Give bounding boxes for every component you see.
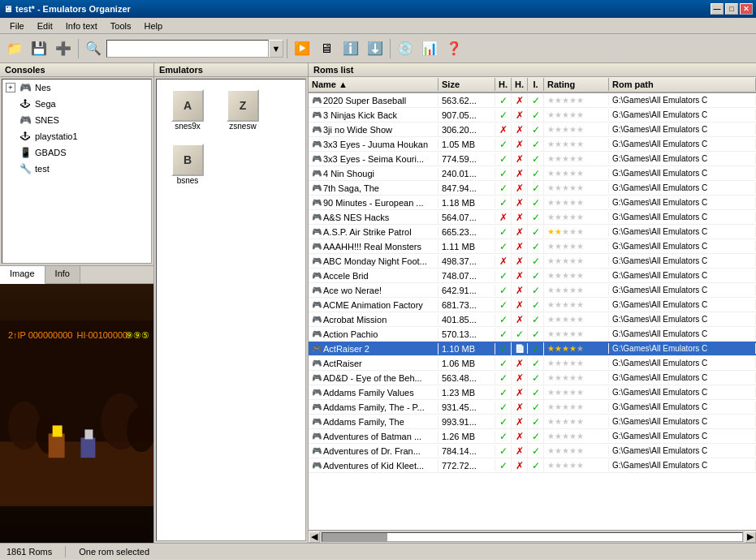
rom-row[interactable]: 🎮ACME Animation Factory681.73...✓✗✓★★★★★…	[309, 298, 756, 312]
rom-row[interactable]: 🎮Ace wo Nerae!642.91...✓✗✓★★★★★G:\Games\…	[309, 283, 756, 298]
console-item-snes[interactable]: 🎮SNES	[2, 112, 151, 128]
run-button[interactable]: ▶️	[291, 37, 313, 60]
emulator-item-zsnesw[interactable]: Zzsnesw	[218, 86, 267, 134]
col-header-i[interactable]: I.	[528, 78, 544, 91]
col-header-rating[interactable]: Rating	[544, 78, 609, 91]
scroll-left-button[interactable]: ◀	[309, 531, 320, 543]
database-button[interactable]: 🖥	[315, 37, 338, 60]
save-button[interactable]: 💾	[28, 37, 50, 60]
cd-button[interactable]: 💿	[394, 37, 417, 60]
search-input[interactable]	[106, 40, 269, 58]
rom-row[interactable]: 🎮ActRaiser 21.10 MB✓📄✓★★★★★G:\Games\All …	[309, 342, 756, 356]
rom-cell-size: 564.07...	[438, 212, 495, 223]
rom-row[interactable]: 🎮Adventures of Kid Kleet...772.72...✓✗✓★…	[309, 458, 756, 473]
rom-row[interactable]: 🎮Addams Family, The - P...931.45...✓✗✓★★…	[309, 400, 756, 415]
rom-row[interactable]: 🎮Addams Family, The993.91...✓✗✓★★★★★G:\G…	[309, 415, 756, 429]
rom-cell-i: ✓	[528, 386, 544, 399]
rom-cell-name: 🎮Action Pachio	[309, 329, 438, 340]
console-item-gbads[interactable]: 📱GBADS	[2, 144, 151, 161]
rom-cell-size: 907.05...	[438, 110, 495, 121]
rom-cell-h2: ✗	[512, 313, 528, 326]
game-screenshot: 2↑IP 000000000 HI·00100000 ⑨⑨⑤	[0, 284, 153, 543]
horizontal-scrollbar-thumb[interactable]	[322, 533, 387, 541]
tab-image[interactable]: Image	[0, 266, 45, 284]
rom-cell-i: ✓	[528, 94, 544, 107]
col-header-h1[interactable]: H.	[495, 78, 512, 91]
rom-cell-name: 🎮3 Ninjas Kick Back	[309, 110, 438, 121]
menu-item-info-text[interactable]: Info text	[59, 19, 104, 32]
rom-cell-h1: ✓	[495, 153, 512, 166]
maximize-button[interactable]: □	[725, 3, 738, 15]
search-dropdown-button[interactable]: ▼	[269, 40, 283, 58]
rom-row[interactable]: 🎮Accele Brid748.07...✓✗✓★★★★★G:\Games\Al…	[309, 269, 756, 283]
add-button[interactable]: ➕	[52, 37, 75, 60]
rom-row[interactable]: 🎮ABC Monday Night Foot...498.37...✗✗✓★★★…	[309, 254, 756, 269]
col-header-h2[interactable]: H.	[512, 78, 528, 91]
col-header-size[interactable]: Size	[438, 78, 495, 91]
minimize-button[interactable]: —	[711, 3, 724, 15]
rom-row[interactable]: 🎮3 Ninjas Kick Back907.05...✓✗✓★★★★★G:\G…	[309, 108, 756, 123]
info-button[interactable]: ℹ️	[339, 37, 362, 60]
console-item-nes[interactable]: +🎮Nes	[2, 80, 151, 96]
col-header-path[interactable]: Rom path	[609, 78, 756, 91]
rom-row[interactable]: 🎮A&S NES Hacks564.07...✗✗✓★★★★★G:\Games\…	[309, 210, 756, 225]
console-item-playstatio1[interactable]: 🕹playstatio1	[2, 128, 151, 144]
rom-cell-rating: ★★★★★	[544, 139, 609, 149]
console-item-sega[interactable]: 🕹Sega	[2, 96, 151, 112]
rom-cell-size: 306.20...	[438, 124, 495, 135]
col-header-name[interactable]: Name ▲	[309, 78, 438, 91]
menu-item-file[interactable]: File	[3, 19, 31, 32]
rom-cell-rating: ★★★★★	[544, 402, 609, 412]
rom-cell-path: G:\Games\All Emulators C	[609, 329, 756, 339]
emulator-item-bsnes[interactable]: Bbsnes	[163, 140, 212, 188]
roms-col-header: Name ▲ Size H. H. I. Rating Rom path	[309, 77, 756, 93]
rom-row[interactable]: 🎮Adventures of Batman ...1.26 MB✓✗✓★★★★★…	[309, 429, 756, 444]
rom-cell-h1: ✓	[495, 445, 512, 458]
close-button[interactable]: ✕	[740, 3, 753, 15]
console-item-test[interactable]: 🔧test	[2, 161, 151, 177]
rom-row[interactable]: 🎮4 Nin Shougi240.01...✓✗✓★★★★★G:\Games\A…	[309, 166, 756, 181]
help-button[interactable]: ❓	[443, 37, 465, 60]
rom-cell-i: ✓	[528, 401, 544, 414]
menu-item-help[interactable]: Help	[138, 19, 170, 32]
rom-row[interactable]: 🎮ActRaiser1.06 MB✓✗✓★★★★★G:\Games\All Em…	[309, 356, 756, 371]
rom-row[interactable]: 🎮Acrobat Mission401.85...✓✗✓★★★★★G:\Game…	[309, 312, 756, 327]
menu-item-tools[interactable]: Tools	[104, 19, 138, 32]
roms-body[interactable]: 🎮2020 Super Baseball563.62...✓✗✓★★★★★G:\…	[309, 93, 756, 530]
console-list[interactable]: +🎮Nes🕹Sega🎮SNES🕹playstatio1📱GBADS🔧test	[2, 79, 152, 264]
search-area: ▼	[106, 40, 283, 58]
rom-row[interactable]: 🎮AAAHH!!! Real Monsters1.11 MB✓✗✓★★★★★G:…	[309, 239, 756, 254]
horizontal-scrollbar[interactable]: ◀ ▶	[309, 530, 756, 543]
search-icon-button[interactable]: 🔍	[82, 37, 105, 60]
rom-row[interactable]: 🎮Adventures of Dr. Fran...784.14...✓✗✓★★…	[309, 444, 756, 458]
horizontal-scrollbar-track[interactable]	[322, 532, 743, 542]
rom-cell-path: G:\Games\All Emulators C	[609, 343, 756, 354]
rom-cell-path: G:\Games\All Emulators C	[609, 387, 756, 398]
rom-cell-h1: ✓	[495, 94, 512, 107]
rom-cell-size: 748.07...	[438, 270, 495, 282]
rom-row[interactable]: 🎮7th Saga, The847.94...✓✗✓★★★★★G:\Games\…	[309, 181, 756, 196]
consoles-title: Consoles	[5, 65, 45, 75]
rom-cell-rating: ★★★★★	[544, 460, 609, 471]
rom-row[interactable]: 🎮3x3 Eyes - Seima Kouri...774.59...✓✗✓★★…	[309, 152, 756, 166]
rom-row[interactable]: 🎮Action Pachio570.13...✓✓✓★★★★★G:\Games\…	[309, 327, 756, 342]
rom-cell-rating: ★★★★★	[544, 95, 609, 105]
emulator-item-snes9x[interactable]: Asnes9x	[163, 86, 212, 134]
rom-row[interactable]: 🎮A.S.P. Air Strike Patrol665.23...✓✗✓★★★…	[309, 225, 756, 239]
tab-info[interactable]: Info	[45, 266, 80, 283]
rom-cell-h1: ✓	[495, 167, 512, 180]
rom-cell-i: ✓	[528, 269, 544, 282]
scroll-right-button[interactable]: ▶	[745, 531, 756, 543]
rom-cell-path: G:\Games\All Emulators C	[609, 445, 756, 456]
rom-row[interactable]: 🎮3x3 Eyes - Juuma Houkan1.05 MB✓✗✓★★★★★G…	[309, 137, 756, 152]
menu-item-edit[interactable]: Edit	[31, 19, 59, 32]
rom-row[interactable]: 🎮90 Minutes - European ...1.18 MB✓✗✓★★★★…	[309, 196, 756, 210]
expand-button-nes[interactable]: +	[6, 83, 15, 92]
rom-row[interactable]: 🎮2020 Super Baseball563.62...✓✗✓★★★★★G:\…	[309, 93, 756, 108]
folder-open-button[interactable]: 📁	[3, 37, 26, 60]
rom-row[interactable]: 🎮Addams Family Values1.23 MB✓✗✓★★★★★G:\G…	[309, 385, 756, 400]
download-button[interactable]: ⬇️	[364, 37, 387, 60]
rom-row[interactable]: 🎮3ji no Wide Show306.20...✗✗✓★★★★★G:\Gam…	[309, 123, 756, 137]
chart-button[interactable]: 📊	[418, 37, 441, 60]
rom-row[interactable]: 🎮AD&D - Eye of the Beh...563.48...✓✗✓★★★…	[309, 371, 756, 385]
